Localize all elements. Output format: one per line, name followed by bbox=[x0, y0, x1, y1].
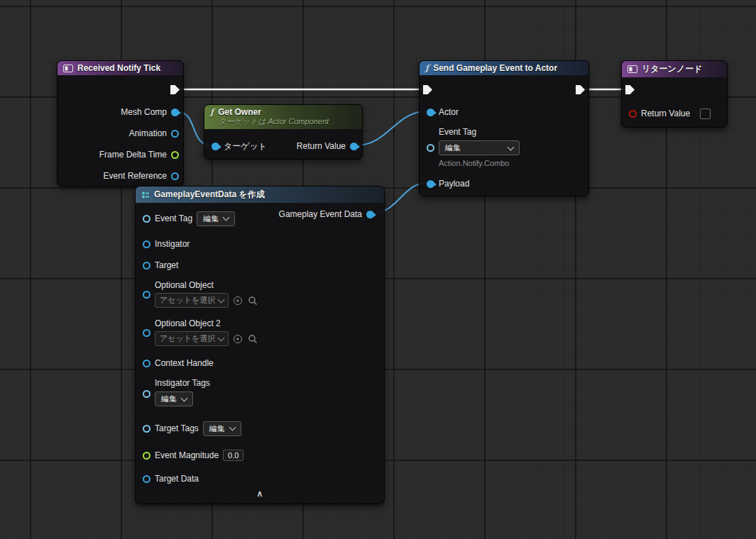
event-magnitude-input[interactable]: 0.0 bbox=[223, 450, 243, 461]
payload-pin[interactable] bbox=[427, 180, 434, 188]
event-tag-edit-dropdown[interactable]: 編集 bbox=[439, 140, 520, 155]
pin-label: Optional Object bbox=[155, 279, 258, 291]
mesh-comp-pin[interactable] bbox=[171, 109, 179, 116]
optional-object-2-pin[interactable] bbox=[143, 329, 150, 337]
event-magnitude-pin[interactable] bbox=[143, 452, 150, 460]
pin-label: Instigator Tags bbox=[155, 377, 210, 389]
pin-label: Event Tag bbox=[155, 213, 192, 223]
browse-asset-icon[interactable] bbox=[247, 295, 258, 306]
browse-asset-icon[interactable] bbox=[247, 333, 258, 345]
animation-pin[interactable] bbox=[171, 130, 179, 138]
return-value-pin[interactable] bbox=[629, 110, 637, 118]
pin-row-target-tags: Target Tags 編集 bbox=[143, 421, 241, 435]
target-input-pin[interactable] bbox=[212, 143, 219, 150]
pin-label: Event Tag bbox=[439, 126, 520, 138]
pin-label: Animation bbox=[129, 128, 167, 138]
pin-row-return-value: Return Value bbox=[297, 139, 358, 153]
chevron-down-icon bbox=[223, 214, 230, 221]
node-received-notify-tick[interactable]: Received Notify Tick Mesh Comp Animation… bbox=[57, 60, 184, 187]
dropdown-label: 編集 bbox=[203, 213, 219, 224]
instigator-tags-edit-dropdown[interactable]: 編集 bbox=[155, 391, 193, 406]
pin-label: Mesh Comp bbox=[121, 107, 167, 117]
collapse-pins-chevron-icon[interactable]: ∧ bbox=[136, 490, 384, 497]
pin-label: Event Reference bbox=[104, 171, 167, 181]
pin-row-gameplay-event-data: Gameplay Event Data bbox=[279, 207, 374, 221]
target-data-pin[interactable] bbox=[143, 475, 150, 483]
node-title: リターンノード bbox=[642, 63, 702, 75]
pin-row-animation: Animation bbox=[129, 126, 179, 140]
exec-output-pin[interactable] bbox=[576, 85, 585, 94]
pin-row-frame-delta-time: Frame Delta Time bbox=[99, 148, 179, 162]
node-send-gameplay-event-to-actor[interactable]: ƒ Send Gameplay Event to Actor Actor Eve… bbox=[419, 60, 589, 196]
pin-label: Instigator bbox=[155, 239, 190, 249]
target-tags-edit-dropdown[interactable]: 編集 bbox=[203, 421, 241, 436]
event-tag-edit-dropdown[interactable]: 編集 bbox=[197, 211, 235, 226]
event-tag-current-value: Action.Notify.Combo bbox=[439, 159, 520, 167]
pin-label: Payload bbox=[439, 179, 469, 189]
pin-row-actor: Actor bbox=[427, 105, 459, 119]
frame-delta-time-pin[interactable] bbox=[171, 151, 179, 159]
node-header-return[interactable]: リターンノード bbox=[622, 61, 727, 77]
chevron-down-icon bbox=[218, 296, 225, 303]
pin-group-optional-object-2: Optional Object 2 アセットを選択 bbox=[143, 318, 258, 346]
pin-group-event-tag: Event Tag 編集 Action.Notify.Combo bbox=[427, 126, 520, 167]
dropdown-label: 編集 bbox=[209, 423, 225, 434]
node-header-get-owner[interactable]: ƒ Get Owner ターゲットは Actor Component bbox=[204, 105, 362, 129]
pin-label: Return Value bbox=[641, 109, 690, 118]
dropdown-label: アセットを選択 bbox=[160, 333, 215, 344]
function-icon: ƒ bbox=[425, 63, 429, 73]
chevron-down-icon bbox=[181, 394, 188, 401]
pin-row-context-handle: Context Handle bbox=[143, 356, 214, 370]
pin-group-optional-object: Optional Object アセットを選択 bbox=[143, 279, 258, 308]
pin-label: ターゲット bbox=[224, 140, 267, 152]
node-title: Get Owner bbox=[218, 107, 329, 117]
event-node-icon bbox=[628, 65, 637, 73]
chevron-down-icon bbox=[218, 334, 225, 341]
pin-row-target: ターゲット bbox=[212, 139, 267, 153]
event-reference-pin[interactable] bbox=[171, 172, 179, 180]
pin-label: Frame Delta Time bbox=[99, 150, 167, 160]
node-get-owner[interactable]: ƒ Get Owner ターゲットは Actor Component ターゲット… bbox=[204, 104, 363, 160]
pin-label: Gameplay Event Data bbox=[279, 209, 362, 219]
return-value-pin[interactable] bbox=[350, 143, 358, 150]
pin-row-instigator: Instigator bbox=[143, 237, 190, 251]
optional-object-pin[interactable] bbox=[143, 291, 150, 299]
pin-label: Target Data bbox=[155, 474, 199, 484]
target-tags-pin[interactable] bbox=[143, 425, 150, 433]
node-return[interactable]: リターンノード Return Value bbox=[621, 60, 728, 128]
event-tag-pin[interactable] bbox=[427, 144, 434, 152]
gameplay-event-data-pin[interactable] bbox=[366, 211, 374, 218]
dropdown-label: 編集 bbox=[161, 394, 177, 404]
node-make-gameplay-event-data[interactable]: GameplayEventData を作成 Gameplay Event Dat… bbox=[135, 186, 385, 504]
node-header-received-notify-tick[interactable]: Received Notify Tick bbox=[57, 61, 183, 75]
node-title: GameplayEventData を作成 bbox=[154, 189, 265, 201]
dropdown-label: 編集 bbox=[445, 143, 461, 153]
blueprint-graph-canvas[interactable]: Received Notify Tick Mesh Comp Animation… bbox=[0, 0, 756, 539]
node-header-make-gameplay-event-data[interactable]: GameplayEventData を作成 bbox=[136, 187, 384, 203]
optional-object-asset-dropdown[interactable]: アセットを選択 bbox=[155, 293, 229, 308]
pin-label: Optional Object 2 bbox=[155, 318, 258, 329]
event-tag-pin[interactable] bbox=[143, 215, 150, 223]
optional-object-2-asset-dropdown[interactable]: アセットを選択 bbox=[155, 331, 229, 346]
node-subtitle: ターゲットは Actor Component bbox=[218, 116, 329, 127]
pin-label: Target bbox=[155, 260, 178, 270]
use-selected-asset-icon[interactable] bbox=[232, 333, 243, 345]
exec-output-pin[interactable] bbox=[170, 85, 180, 94]
node-header-send-gameplay-event[interactable]: ƒ Send Gameplay Event to Actor bbox=[420, 61, 588, 75]
pin-label: Actor bbox=[439, 107, 459, 117]
chevron-down-icon bbox=[229, 424, 236, 431]
wire-returnvalue-to-actor bbox=[356, 111, 427, 145]
use-selected-asset-icon[interactable] bbox=[232, 295, 243, 306]
pin-label: Context Handle bbox=[155, 358, 214, 368]
exec-input-pin[interactable] bbox=[625, 85, 635, 94]
target-pin[interactable] bbox=[143, 262, 150, 270]
instigator-tags-pin[interactable] bbox=[143, 390, 150, 398]
actor-pin[interactable] bbox=[427, 109, 434, 116]
exec-input-pin[interactable] bbox=[423, 85, 432, 94]
instigator-pin[interactable] bbox=[143, 240, 150, 248]
return-value-checkbox[interactable] bbox=[700, 109, 711, 119]
context-handle-pin[interactable] bbox=[143, 360, 150, 367]
function-icon: ƒ bbox=[210, 107, 214, 117]
chevron-down-icon bbox=[508, 143, 515, 150]
pin-group-instigator-tags: Instigator Tags 編集 bbox=[143, 377, 210, 406]
